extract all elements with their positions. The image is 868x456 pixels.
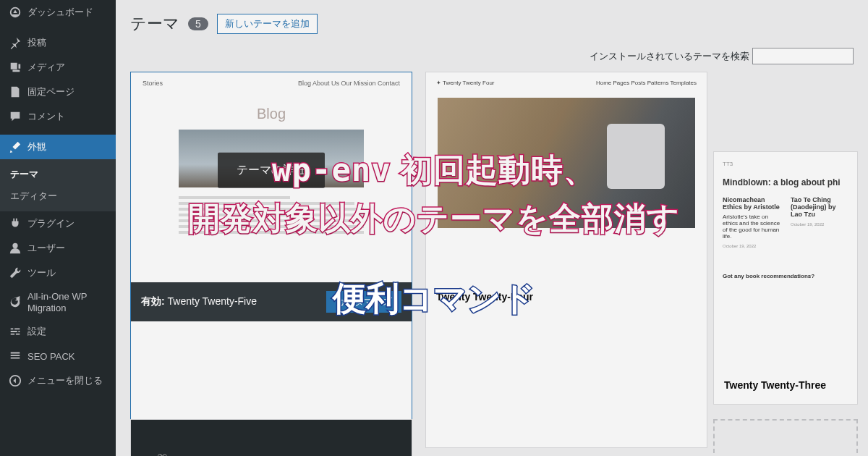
theme-screenshot: ∞ The Hatchery: a blog about adventures … (131, 420, 412, 456)
sidebar-item-seopack[interactable]: SEO PACK (0, 344, 116, 368)
sidebar-submenu-appearance: テーマ エディター (0, 159, 116, 211)
user-icon (9, 242, 22, 255)
sliders-icon (9, 325, 22, 338)
collapse-icon (9, 374, 22, 387)
theme-screenshot: TT3 Mindblown: a blog about phi Nicomach… (714, 152, 857, 369)
admin-sidebar: ダッシュボード 投稿 メディア 固定ページ コメント 外観 テーマ エディター … (0, 0, 116, 456)
sidebar-item-posts[interactable]: 投稿 (0, 30, 116, 55)
theme-name: Twenty Twenty-Four (436, 291, 533, 303)
sidebar-item-settings[interactable]: 設定 (0, 319, 116, 344)
theme-card-active[interactable]: StoriesBlog About Us Our Mission Contact… (130, 72, 412, 448)
theme-count-badge: 5 (188, 17, 208, 30)
page-header: テーマ 5 新しいテーマを追加 (130, 0, 854, 48)
page-title: テーマ (130, 13, 179, 35)
theme-card[interactable]: ∞ The Hatchery: a blog about adventures … (130, 419, 412, 456)
theme-search-input[interactable] (752, 48, 854, 64)
brush-icon (9, 140, 22, 153)
sidebar-item-pages[interactable]: 固定ページ (0, 80, 116, 104)
add-theme-button[interactable]: 新しいテーマを追加 (217, 14, 318, 34)
plug-icon (9, 217, 22, 230)
sidebar-item-appearance[interactable]: 外観 (0, 135, 116, 159)
pin-icon (9, 36, 22, 49)
sidebar-item-comments[interactable]: コメント (0, 104, 116, 129)
svg-point-0 (12, 243, 17, 248)
main-content: テーマ 5 新しいテーマを追加 インストールされているテーマを検索 Storie… (116, 0, 868, 456)
theme-actions-bar: 有効: Twenty Twenty-Five カスタマイズ (131, 282, 412, 321)
sidebar-item-tools[interactable]: ツール (0, 261, 116, 285)
refresh-icon (9, 296, 22, 309)
sidebar-item-collapse[interactable]: メニューを閉じる (0, 368, 116, 393)
sidebar-item-migration[interactable]: All-in-One WP Migration (0, 285, 116, 319)
gauge-icon (9, 6, 22, 19)
comment-icon (9, 110, 22, 123)
sidebar-subitem-themes[interactable]: テーマ (0, 164, 116, 185)
page-icon (9, 85, 22, 98)
theme-card[interactable]: TT3 Mindblown: a blog about phi Nicomach… (713, 151, 858, 405)
sidebar-item-users[interactable]: ユーザー (0, 236, 116, 261)
add-theme-card[interactable]: + (713, 419, 858, 456)
theme-active-name: 有効: Twenty Twenty-Five (141, 295, 257, 308)
media-icon (9, 61, 22, 74)
theme-screenshot: StoriesBlog About Us Our Mission Contact… (131, 72, 412, 282)
infinity-icon: ∞ (157, 446, 386, 456)
sidebar-subitem-editor[interactable]: エディター (0, 185, 116, 207)
sidebar-item-dashboard[interactable]: ダッシュボード (0, 0, 116, 25)
list-icon (9, 350, 22, 363)
search-row: インストールされているテーマを検索 (130, 48, 854, 64)
sidebar-item-media[interactable]: メディア (0, 55, 116, 80)
theme-name-bar: Twenty Twenty-Four (426, 282, 707, 311)
wrench-icon (9, 266, 22, 279)
customize-button[interactable]: カスタマイズ (326, 291, 401, 313)
theme-grid: StoriesBlog About Us Our Mission Contact… (130, 72, 854, 448)
plus-icon: + (773, 452, 798, 457)
search-label: インストールされているテーマを検索 (590, 51, 749, 62)
sidebar-item-plugins[interactable]: プラグイン (0, 211, 116, 236)
theme-details-overlay[interactable]: テーマの詳細 (218, 153, 325, 188)
theme-card[interactable]: ✦ Twenty Twenty FourHome Pages Posts Pat… (425, 72, 707, 448)
theme-screenshot: ✦ Twenty Twenty FourHome Pages Posts Pat… (426, 72, 707, 282)
theme-name-bar: Twenty Twenty-Three (714, 369, 857, 401)
